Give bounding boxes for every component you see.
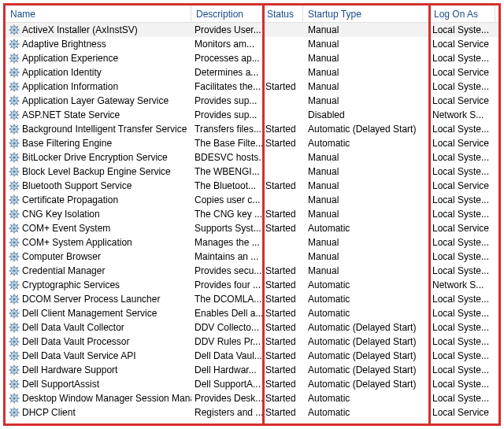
service-name-label: DCOM Server Process Launcher: [22, 292, 160, 306]
col-header-name[interactable]: Name: [6, 6, 191, 22]
table-row[interactable]: ActiveX Installer (AxInstSV)Provides Use…: [6, 23, 498, 37]
service-name-cell[interactable]: Desktop Window Manager Session Mana...: [6, 391, 191, 405]
table-row[interactable]: Certificate PropagationCopies user c...M…: [6, 193, 498, 207]
table-row[interactable]: Dell Data Vault CollectorDDV Collecto...…: [6, 320, 498, 335]
service-description: Provides four ...: [191, 278, 262, 292]
table-row[interactable]: Base Filtering EngineThe Base Filte...St…: [6, 136, 498, 150]
service-name-cell[interactable]: Background Intelligent Transfer Service: [6, 122, 191, 136]
service-name-cell[interactable]: Application Layer Gateway Service: [6, 94, 191, 108]
table-row[interactable]: Computer BrowserMaintains an ...ManualLo…: [6, 250, 498, 264]
service-name-cell[interactable]: Cryptographic Services: [6, 278, 191, 292]
table-row[interactable]: Dell Data Vault ProcessorDDV Rules Pr...…: [6, 335, 498, 349]
service-name-cell[interactable]: COM+ Event System: [6, 221, 191, 235]
service-description: The CNG key ...: [191, 207, 262, 221]
svg-line-116: [10, 182, 12, 183]
service-name-cell[interactable]: ASP.NET State Service: [6, 108, 191, 122]
table-row[interactable]: Dell Data Vault Service APIDell Data Vau…: [6, 349, 498, 363]
service-name-label: Base Filtering Engine: [22, 136, 112, 150]
svg-point-11: [13, 43, 15, 45]
service-startup-type: Manual: [305, 193, 429, 207]
service-name-label: Dell Data Vault Service API: [22, 349, 136, 363]
service-name-cell[interactable]: Dell Client Management Service: [6, 306, 191, 320]
gear-icon: [9, 24, 20, 35]
service-name-cell[interactable]: Block Level Backup Engine Service: [6, 165, 191, 179]
table-row[interactable]: Credential ManagerProvides secu...Starte…: [6, 264, 498, 278]
table-row[interactable]: COM+ System ApplicationManages the ...Ma…: [6, 235, 498, 250]
service-name-cell[interactable]: Dell Hardware Support: [6, 363, 191, 377]
service-name-cell[interactable]: Adaptive Brightness: [6, 37, 191, 51]
table-row[interactable]: Adaptive BrightnessMonitors am...ManualL…: [6, 37, 498, 51]
table-row[interactable]: ASP.NET State ServiceProvides sup...Disa…: [6, 108, 498, 122]
table-row[interactable]: Background Intelligent Transfer ServiceT…: [6, 122, 498, 136]
service-name-cell[interactable]: Application Experience: [6, 51, 191, 65]
service-name-cell[interactable]: CNG Key Isolation: [6, 207, 191, 221]
table-row[interactable]: Dell Client Management ServiceEnables De…: [6, 306, 498, 320]
gear-icon: [9, 152, 20, 163]
service-description: The Bluetoot...: [191, 179, 262, 193]
svg-line-76: [10, 125, 12, 127]
col-header-logon[interactable]: Log On As: [429, 6, 495, 22]
svg-line-37: [17, 75, 18, 76]
service-name-label: Credential Manager: [22, 264, 105, 278]
service-description: Supports Syst...: [191, 221, 262, 235]
service-name-cell[interactable]: BitLocker Drive Encryption Service: [6, 150, 191, 165]
svg-line-256: [10, 380, 12, 382]
service-name-cell[interactable]: DCOM Server Process Launcher: [6, 292, 191, 306]
table-row[interactable]: DHCP ClientRegisters and ...StartedAutom…: [6, 405, 498, 420]
service-name-cell[interactable]: Base Filtering Engine: [6, 136, 191, 150]
svg-line-178: [17, 267, 18, 268]
table-row[interactable]: DCOM Server Process LauncherThe DCOMLA..…: [6, 292, 498, 306]
svg-line-96: [10, 153, 12, 155]
table-row[interactable]: Application ExperienceProcesses ap...Man…: [6, 51, 498, 65]
service-name-cell[interactable]: Dell Data Vault Service API: [6, 349, 191, 363]
table-row[interactable]: Application IdentityDetermines a...Manua…: [6, 65, 498, 80]
table-row[interactable]: Cryptographic ServicesProvides four ...S…: [6, 278, 498, 292]
service-logon-as: Local Syste...: [429, 363, 494, 377]
table-row[interactable]: CNG Key IsolationThe CNG key ...StartedM…: [6, 207, 498, 221]
svg-line-67: [17, 117, 18, 119]
table-row[interactable]: Application Layer Gateway ServiceProvide…: [6, 94, 498, 108]
svg-line-126: [10, 196, 12, 198]
svg-point-251: [13, 383, 15, 385]
service-logon-as: Local Syste...: [429, 349, 494, 363]
service-name-label: Dell SupportAssist: [22, 377, 99, 391]
service-description: The WBENGI...: [191, 165, 262, 179]
table-row[interactable]: BitLocker Drive Encryption ServiceBDESVC…: [6, 150, 498, 165]
service-logon-as: Local Syste...: [429, 165, 494, 179]
table-row[interactable]: COM+ Event SystemSupports Syst...Started…: [6, 221, 498, 235]
svg-line-158: [17, 239, 18, 240]
col-header-status[interactable]: Status: [262, 6, 303, 22]
table-row[interactable]: Bluetooth Support ServiceThe Bluetoot...…: [6, 179, 498, 193]
service-description: The Base Filte...: [191, 136, 262, 150]
svg-line-36: [10, 68, 12, 70]
table-row[interactable]: Dell Hardware SupportDell Hardwar...Star…: [6, 363, 498, 377]
service-name-cell[interactable]: Credential Manager: [6, 264, 191, 278]
service-logon-as: Local Service: [429, 221, 494, 235]
service-name-cell[interactable]: DHCP Client: [6, 405, 191, 420]
service-name-cell[interactable]: Dell Data Vault Processor: [6, 335, 191, 349]
service-name-label: BitLocker Drive Encryption Service: [22, 150, 168, 165]
svg-line-138: [17, 210, 18, 212]
service-name-cell[interactable]: Certificate Propagation: [6, 193, 191, 207]
col-header-description[interactable]: Description: [191, 6, 262, 22]
service-status: [262, 150, 305, 165]
table-row[interactable]: Block Level Backup Engine ServiceThe WBE…: [6, 165, 498, 179]
service-name-cell[interactable]: Computer Browser: [6, 250, 191, 264]
service-name-cell[interactable]: Application Identity: [6, 65, 191, 80]
table-row[interactable]: Desktop Window Manager Session Mana...Pr…: [6, 391, 498, 405]
svg-line-136: [10, 210, 12, 212]
table-row[interactable]: Dell SupportAssistDell SupportA...Starte…: [6, 377, 498, 391]
service-name-cell[interactable]: Dell SupportAssist: [6, 377, 191, 391]
svg-line-137: [17, 216, 18, 218]
svg-line-59: [10, 103, 12, 105]
service-name-cell[interactable]: Bluetooth Support Service: [6, 179, 191, 193]
service-status: Started: [262, 207, 305, 221]
service-name-cell[interactable]: ActiveX Installer (AxInstSV): [6, 23, 191, 37]
service-name-cell[interactable]: COM+ System Application: [6, 235, 191, 250]
service-name-cell[interactable]: Application Information: [6, 80, 191, 94]
service-name-cell[interactable]: Dell Data Vault Collector: [6, 320, 191, 335]
col-header-startup-type[interactable]: Startup Type: [303, 6, 429, 22]
service-name-label: COM+ Event System: [22, 221, 110, 235]
table-row[interactable]: Application InformationFacilitates the..…: [6, 80, 498, 94]
svg-line-66: [10, 111, 12, 113]
